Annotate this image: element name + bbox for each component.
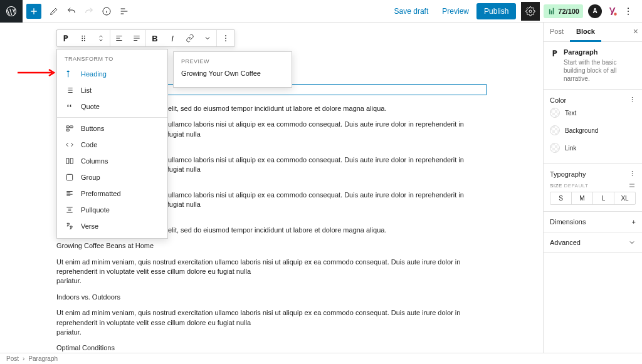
yoast-icon[interactable] — [607, 6, 618, 17]
breadcrumb-post[interactable]: Post — [6, 355, 19, 362]
content-paragraph[interactable]: Ut enim ad minim veniam, quis nostrud ex… — [56, 257, 487, 286]
edit-icon[interactable] — [46, 4, 61, 19]
preview-heading: PREVIEW — [181, 58, 284, 65]
color-background-row[interactable]: Background — [550, 122, 636, 139]
svg-point-6 — [628, 13, 629, 14]
italic-button[interactable]: I — [164, 29, 181, 47]
preview-button[interactable]: Preview — [436, 3, 475, 19]
buttons-icon — [65, 124, 75, 133]
list-icon — [65, 86, 75, 95]
redo-icon[interactable] — [82, 4, 97, 19]
block-title: Paragraph — [564, 48, 636, 56]
block-info: Paragraph Start with the basic building … — [544, 42, 642, 90]
settings-sidebar: Post Block × Paragraph Start with the ba… — [543, 23, 642, 353]
paragraph-icon — [550, 48, 560, 83]
transform-quote-item[interactable]: Quote — [57, 98, 167, 115]
tab-post[interactable]: Post — [544, 23, 570, 41]
svg-point-15 — [225, 40, 226, 41]
close-icon[interactable]: × — [633, 26, 638, 36]
content-paragraph[interactable]: Ut enim ad minim veniam, quis nostrud ex… — [56, 308, 487, 337]
svg-rect-21 — [66, 174, 72, 180]
panel-title: Dimensions — [550, 218, 586, 226]
drag-handle-icon[interactable] — [75, 29, 92, 47]
svg-point-14 — [225, 38, 226, 39]
advanced-panel[interactable]: Advanced — [544, 232, 642, 253]
preformatted-icon — [65, 189, 75, 198]
outline-icon[interactable] — [117, 4, 132, 19]
more-icon[interactable]: ⋮ — [629, 170, 636, 178]
color-text-row[interactable]: Text — [550, 104, 636, 122]
preview-text: Growing Your Own Coffee — [181, 70, 284, 77]
svg-point-4 — [628, 8, 629, 9]
color-link-row[interactable]: Link — [550, 139, 636, 157]
panel-title: Typography — [550, 170, 586, 178]
panel-title: Color — [550, 96, 566, 104]
score-value: 72/100 — [558, 8, 579, 15]
svg-point-13 — [225, 35, 226, 36]
plus-icon[interactable]: + — [632, 218, 636, 226]
transform-group-item[interactable]: Group — [57, 169, 167, 185]
chevron-down-icon[interactable] — [628, 239, 636, 246]
svg-point-2 — [529, 10, 532, 13]
size-s[interactable]: S — [550, 192, 572, 204]
transform-code-item[interactable]: Code — [57, 137, 167, 153]
plugin-a-icon[interactable]: A — [588, 4, 602, 18]
verse-icon — [65, 222, 75, 231]
save-draft-button[interactable]: Save draft — [388, 3, 435, 19]
svg-point-11 — [82, 40, 83, 41]
size-selector: S M L XL — [550, 192, 636, 205]
transform-heading-item[interactable]: Heading — [57, 66, 167, 82]
transform-verse-item[interactable]: Verse — [57, 218, 167, 234]
align-icon[interactable] — [128, 29, 145, 47]
move-icon[interactable] — [92, 29, 110, 47]
content-heading[interactable]: Indoors vs. Outdoors — [56, 293, 487, 302]
content-heading[interactable]: Growing Coffee Beans at Home — [56, 241, 487, 251]
align-left-icon[interactable] — [110, 29, 128, 47]
breadcrumb-paragraph[interactable]: Paragraph — [28, 355, 58, 362]
preview-popover: PREVIEW Growing Your Own Coffee — [173, 51, 292, 88]
more-options-icon[interactable] — [217, 29, 234, 47]
dimensions-panel[interactable]: Dimensions+ — [544, 212, 642, 232]
svg-rect-17 — [70, 126, 73, 128]
svg-point-5 — [628, 11, 629, 12]
transform-preformatted-item[interactable]: Preformatted — [57, 185, 167, 202]
top-toolbar: Save draft Preview Publish 72/100 A — [0, 0, 642, 23]
content-heading[interactable]: Optimal Conditions — [56, 343, 487, 353]
transform-columns-item[interactable]: Columns — [57, 153, 167, 169]
typography-panel: Typography⋮ SIZE DEFAULT S M L XL — [544, 164, 642, 212]
svg-point-8 — [84, 36, 85, 37]
code-icon — [65, 140, 75, 149]
transform-buttons-item[interactable]: Buttons — [57, 120, 167, 137]
heading-icon — [65, 70, 75, 78]
transform-pullquote-item[interactable]: Pullquote — [57, 202, 167, 218]
info-icon[interactable] — [99, 4, 114, 19]
block-type-icon[interactable] — [57, 29, 75, 47]
columns-icon — [65, 157, 75, 165]
link-icon[interactable] — [181, 29, 199, 47]
undo-icon[interactable] — [64, 4, 79, 19]
more-icon[interactable] — [621, 4, 636, 19]
add-block-button[interactable] — [26, 4, 41, 19]
transform-list-item[interactable]: List — [57, 82, 167, 98]
sidebar-tabs: Post Block × — [544, 23, 642, 42]
chevron-down-icon[interactable] — [199, 29, 216, 47]
publish-button[interactable]: Publish — [476, 3, 516, 19]
tab-block[interactable]: Block — [570, 23, 601, 42]
more-icon[interactable]: ⋮ — [629, 96, 636, 104]
menu-divider — [57, 117, 167, 118]
svg-point-7 — [82, 36, 83, 37]
size-xl[interactable]: XL — [614, 192, 635, 204]
svg-rect-18 — [66, 129, 70, 131]
bold-button[interactable]: B — [146, 29, 164, 47]
size-m[interactable]: M — [572, 192, 593, 204]
settings-icon[interactable] — [521, 2, 540, 21]
settings-icon[interactable] — [628, 182, 636, 189]
seo-score-badge[interactable]: 72/100 — [544, 4, 583, 18]
size-l[interactable]: L — [593, 192, 614, 204]
svg-point-12 — [84, 40, 85, 41]
breadcrumb: Post › Paragraph — [0, 353, 642, 364]
block-toolbar: B I — [56, 29, 235, 47]
transform-heading: TRANSFORM TO — [57, 49, 167, 66]
block-description: Start with the basic building block of a… — [564, 58, 636, 83]
wordpress-logo[interactable] — [0, 0, 23, 23]
